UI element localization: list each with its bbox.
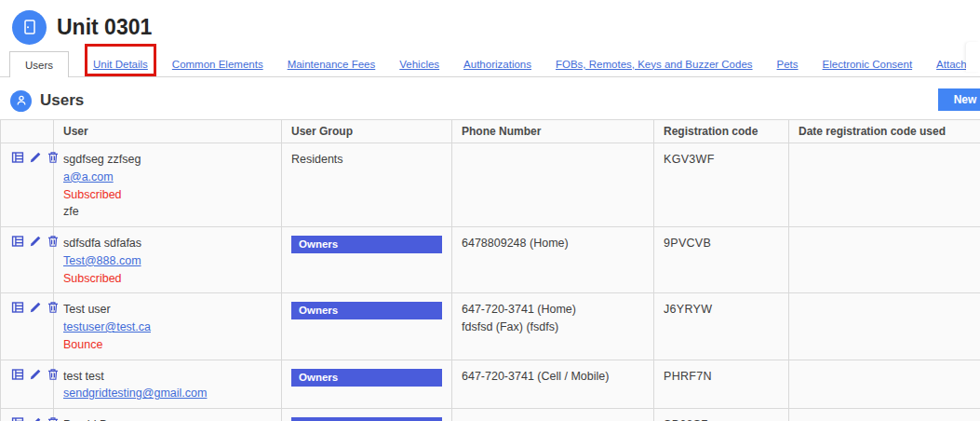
row-actions xyxy=(10,301,44,314)
users-table: User User Group Phone Number Registratio… xyxy=(0,119,980,421)
delete-icon[interactable] xyxy=(47,368,60,381)
tab-fobs-remotes-keys-and-buzzer-codes[interactable]: FOBs, Remotes, Keys and Buzzer Codes xyxy=(556,59,753,70)
user-email-link[interactable]: Test@888.com xyxy=(63,254,141,267)
tabs-scroll-button[interactable] xyxy=(966,42,980,72)
row-actions-cell xyxy=(1,409,54,421)
users-icon xyxy=(10,90,32,112)
registration-code-cell: 9PVCVB xyxy=(654,227,789,293)
tab-vehicles[interactable]: Vehicles xyxy=(399,59,439,70)
users-section-header: Users New xyxy=(0,86,980,115)
date-registration-code-used-cell xyxy=(789,143,980,227)
user-name: Test user xyxy=(63,301,272,319)
phone-number: 6478809248 (Home) xyxy=(462,235,644,252)
row-actions xyxy=(10,416,44,421)
row-actions xyxy=(10,151,44,164)
column-header-date-registration-code-used: Date registration code used xyxy=(789,120,980,143)
user-email-link[interactable]: a@a.com xyxy=(63,170,114,183)
user-cell: Prachi Downer@samplecondo.comSubscribed xyxy=(54,409,282,421)
user-email-link[interactable]: sendgridtesting@gmail.com xyxy=(63,387,207,400)
edit-icon[interactable] xyxy=(29,151,42,164)
view-details-icon[interactable] xyxy=(11,235,24,248)
user-name: test test xyxy=(63,368,272,386)
user-group-badge: Owners xyxy=(291,236,442,253)
row-actions-cell xyxy=(1,143,54,227)
user-group-badge: Owners xyxy=(291,369,442,387)
column-header-registration-code: Registration code xyxy=(654,120,789,143)
phone-number-cell xyxy=(452,143,654,227)
tab-pets[interactable]: Pets xyxy=(777,59,799,70)
row-actions-cell xyxy=(1,227,54,293)
user-group-cell: Owners xyxy=(282,360,452,409)
view-details-icon[interactable] xyxy=(11,151,24,164)
date-registration-code-used-cell xyxy=(789,360,980,409)
user-cell: sdfsdfa sdfafasTest@888.comSubscribed xyxy=(54,227,282,293)
table-row: sdfsdfa sdfafasTest@888.comSubscribedOwn… xyxy=(1,227,980,293)
tab-bar: UsersUnit DetailsCommon ElementsMaintena… xyxy=(0,51,980,77)
date-registration-code-used-cell xyxy=(789,409,980,421)
table-header-row: User User Group Phone Number Registratio… xyxy=(1,120,980,143)
date-registration-code-used-cell xyxy=(789,227,980,293)
tab-electronic-consent[interactable]: Electronic Consent xyxy=(823,59,913,70)
row-actions-cell xyxy=(1,360,54,409)
tab-authorizations[interactable]: Authorizations xyxy=(463,59,531,70)
column-header-phone-number: Phone Number xyxy=(452,120,654,143)
phone-number: 647-720-3741 (Cell / Mobile) xyxy=(462,368,644,386)
view-details-icon[interactable] xyxy=(11,368,24,381)
delete-icon[interactable] xyxy=(47,416,60,421)
table-row: Prachi Downer@samplecondo.comSubscribedO… xyxy=(1,409,980,421)
phone-number-cell: 6478809248 (Home) xyxy=(452,227,654,293)
new-user-button[interactable]: New xyxy=(938,88,980,111)
user-cell: Test usertestuser@test.caBounce xyxy=(54,293,282,360)
user-name: sdfsdfa sdfafas xyxy=(63,235,272,252)
section-title: Users xyxy=(40,91,84,110)
user-group-cell: Owners xyxy=(282,227,452,293)
tab-maintenance-fees[interactable]: Maintenance Fees xyxy=(288,59,376,70)
date-registration-code-used-cell xyxy=(789,293,980,360)
delete-icon[interactable] xyxy=(47,235,60,248)
edit-icon[interactable] xyxy=(29,416,42,421)
user-group-cell: Owners xyxy=(282,409,452,421)
user-name: sgdfseg zzfseg xyxy=(63,151,272,169)
phone-number: fdsfsd (Fax) (fsdfs) xyxy=(462,319,644,336)
edit-icon[interactable] xyxy=(29,368,42,381)
row-actions-cell xyxy=(1,293,54,360)
user-group-badge: Owners xyxy=(291,302,442,319)
subscription-status: Subscribed xyxy=(63,270,272,288)
user-group-cell: Owners xyxy=(282,293,452,360)
registration-code-cell: PHRF7N xyxy=(654,360,789,409)
view-details-icon[interactable] xyxy=(11,301,24,314)
unit-page: Unit 0301 UsersUnit DetailsCommon Elemen… xyxy=(0,0,980,421)
user-group-label: Residents xyxy=(291,151,442,169)
registration-code-cell: SB68S7 xyxy=(654,409,789,421)
phone-number: 647-720-3741 (Home) xyxy=(462,301,644,319)
column-header-user-group: User Group xyxy=(282,120,452,143)
user-cell: test testsendgridtesting@gmail.com xyxy=(54,360,282,409)
row-actions xyxy=(10,235,44,248)
user-cell: sgdfseg zzfsega@a.comSubscribedzfe xyxy=(54,143,282,227)
delete-icon[interactable] xyxy=(47,151,60,164)
tab-unit-details[interactable]: Unit Details xyxy=(93,59,148,70)
column-header-user: User xyxy=(54,120,282,143)
edit-icon[interactable] xyxy=(29,301,42,314)
row-actions xyxy=(10,368,44,381)
unit-door-icon xyxy=(12,10,47,45)
user-email-link[interactable]: testuser@test.ca xyxy=(63,320,151,333)
subscription-status: Subscribed xyxy=(63,186,272,204)
delete-icon[interactable] xyxy=(47,301,60,314)
icons-column-header xyxy=(1,120,54,143)
phone-number-cell: 647-720-3741 (Home)fdsfsd (Fax) (fsdfs) xyxy=(452,293,654,360)
view-details-icon[interactable] xyxy=(11,416,24,421)
table-row: sgdfseg zzfsega@a.comSubscribedzfeReside… xyxy=(1,143,980,227)
user-group-cell: Residents xyxy=(282,143,452,227)
registration-code-cell: KGV3WF xyxy=(654,143,789,227)
edit-icon[interactable] xyxy=(29,235,42,248)
tab-users[interactable]: Users xyxy=(9,51,69,77)
user-group-badge: Owners xyxy=(291,417,442,421)
page-title: Unit 0301 xyxy=(57,15,152,40)
user-extra-text: zfe xyxy=(63,203,272,221)
table-row: test testsendgridtesting@gmail.comOwners… xyxy=(1,360,980,409)
phone-number-cell xyxy=(452,409,654,421)
subscription-status: Bounce xyxy=(63,336,272,354)
user-name: Prachi D xyxy=(63,416,272,421)
tab-common-elements[interactable]: Common Elements xyxy=(172,59,263,70)
